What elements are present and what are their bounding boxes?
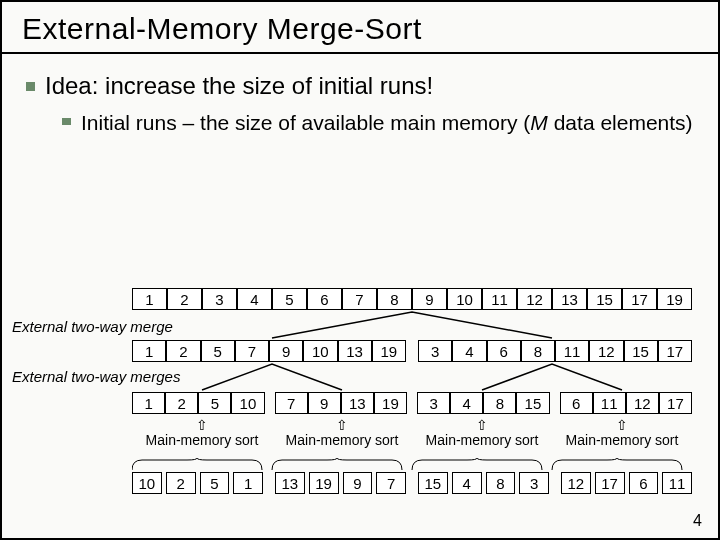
array-cell: 3 xyxy=(519,472,549,494)
array-cell: 19 xyxy=(374,392,407,414)
mm-sort-label-3: ⇧ Main-memory sort xyxy=(422,418,542,449)
connector-r1 xyxy=(132,310,692,340)
array-cell: 17 xyxy=(659,392,692,414)
array-cell: 2 xyxy=(165,392,198,414)
sub-em: M xyxy=(530,111,548,134)
diagram-area: 12345678910111213151719 External two-way… xyxy=(2,282,718,538)
gap xyxy=(549,472,561,494)
array-cell: 17 xyxy=(658,340,692,362)
mm-sort-label-1: ⇧ Main-memory sort xyxy=(142,418,262,449)
array-cell: 7 xyxy=(275,392,308,414)
array-cell: 13 xyxy=(275,472,305,494)
array-cell: 6 xyxy=(307,288,342,310)
sub-pre: Initial runs – the size of available mai… xyxy=(81,111,530,134)
mm-sort-text: Main-memory sort xyxy=(422,433,542,448)
array-cell: 1 xyxy=(132,340,166,362)
array-cell: 11 xyxy=(662,472,692,494)
gap xyxy=(407,392,417,414)
brace-row xyxy=(132,458,692,472)
gap xyxy=(406,340,418,362)
array-cell: 15 xyxy=(587,288,622,310)
array-cell: 4 xyxy=(452,472,482,494)
array-cell: 2 xyxy=(166,472,196,494)
array-cell: 10 xyxy=(303,340,337,362)
array-cell: 9 xyxy=(308,392,341,414)
array-cell: 1 xyxy=(132,392,165,414)
array-cell: 8 xyxy=(483,392,516,414)
array-cell: 11 xyxy=(593,392,626,414)
mm-sort-label-2: ⇧ Main-memory sort xyxy=(282,418,402,449)
slide-title: External-Memory Merge-Sort xyxy=(2,2,718,54)
array-row-2: 12579101319346811121517 xyxy=(132,340,692,362)
gap xyxy=(265,392,275,414)
up-arrow-icon: ⇧ xyxy=(282,418,402,433)
connector-r2 xyxy=(132,362,692,392)
mm-sort-text: Main-memory sort xyxy=(562,433,682,448)
gap xyxy=(263,472,275,494)
array-cell: 19 xyxy=(372,340,406,362)
array-cell: 9 xyxy=(269,340,303,362)
array-cell: 10 xyxy=(447,288,482,310)
sub-text: Initial runs – the size of available mai… xyxy=(81,110,693,136)
array-cell: 9 xyxy=(343,472,373,494)
array-cell: 6 xyxy=(560,392,593,414)
idea-text: Idea: increase the size of initial runs! xyxy=(45,72,433,100)
array-cell: 8 xyxy=(521,340,555,362)
array-cell: 12 xyxy=(589,340,623,362)
array-cell: 12 xyxy=(561,472,591,494)
array-cell: 3 xyxy=(202,288,237,310)
mm-sort-label-4: ⇧ Main-memory sort xyxy=(562,418,682,449)
array-cell: 3 xyxy=(418,340,452,362)
array-cell: 11 xyxy=(555,340,589,362)
array-cell: 19 xyxy=(309,472,339,494)
slide: External-Memory Merge-Sort Idea: increas… xyxy=(0,0,720,540)
array-cell: 10 xyxy=(132,472,162,494)
array-cell: 5 xyxy=(201,340,235,362)
array-cell: 17 xyxy=(622,288,657,310)
array-cell: 7 xyxy=(376,472,406,494)
array-cell: 6 xyxy=(629,472,659,494)
array-cell: 6 xyxy=(487,340,521,362)
array-cell: 8 xyxy=(377,288,412,310)
array-cell: 7 xyxy=(342,288,377,310)
array-row-3: 12510791319348156111217 xyxy=(132,392,692,414)
array-cell: 11 xyxy=(482,288,517,310)
sub-post: data elements) xyxy=(548,111,693,134)
array-cell: 4 xyxy=(452,340,486,362)
slide-body: Idea: increase the size of initial runs!… xyxy=(2,54,718,136)
up-arrow-icon: ⇧ xyxy=(422,418,542,433)
array-cell: 2 xyxy=(167,288,202,310)
array-cell: 12 xyxy=(517,288,552,310)
array-cell: 15 xyxy=(418,472,448,494)
gap xyxy=(406,472,418,494)
array-cell: 2 xyxy=(166,340,200,362)
array-cell: 13 xyxy=(338,340,372,362)
array-cell: 12 xyxy=(626,392,659,414)
array-cell: 4 xyxy=(237,288,272,310)
bullet-idea: Idea: increase the size of initial runs! xyxy=(26,72,694,100)
label-two-way-merge: External two-way merge xyxy=(12,318,173,335)
bullet-icon xyxy=(26,82,35,91)
page-number: 4 xyxy=(693,512,702,530)
array-cell: 3 xyxy=(417,392,450,414)
mm-sort-text: Main-memory sort xyxy=(282,433,402,448)
array-cell: 1 xyxy=(233,472,263,494)
array-cell: 10 xyxy=(231,392,264,414)
array-cell: 17 xyxy=(595,472,625,494)
array-cell: 13 xyxy=(341,392,374,414)
array-cell: 19 xyxy=(657,288,692,310)
array-cell: 15 xyxy=(624,340,658,362)
up-arrow-icon: ⇧ xyxy=(562,418,682,433)
gap xyxy=(550,392,560,414)
array-cell: 5 xyxy=(200,472,230,494)
array-cell: 15 xyxy=(516,392,549,414)
up-arrow-icon: ⇧ xyxy=(142,418,262,433)
array-cell: 4 xyxy=(450,392,483,414)
array-cell: 13 xyxy=(552,288,587,310)
array-cell: 8 xyxy=(486,472,516,494)
mm-sort-text: Main-memory sort xyxy=(142,433,262,448)
bullet-icon xyxy=(62,118,71,125)
array-cell: 9 xyxy=(412,288,447,310)
array-row-1: 12345678910111213151719 xyxy=(132,288,692,310)
array-cell: 5 xyxy=(272,288,307,310)
